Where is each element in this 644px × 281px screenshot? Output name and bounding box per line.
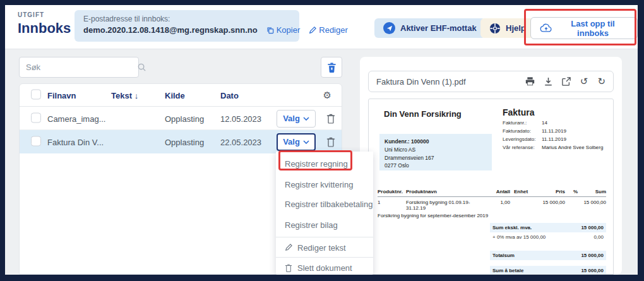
row-filename: Faktura Din V... <box>47 137 104 146</box>
menu-item-edit-text[interactable]: Rediger tekst <box>276 238 373 257</box>
menu-divider <box>276 237 373 237</box>
cloud-upload-icon <box>540 23 552 33</box>
column-settings-gear-icon[interactable]: ⚙ <box>323 90 331 101</box>
table-row[interactable]: Camera_imag... Opplasting 12.05.2023 Val… <box>20 107 342 130</box>
menu-item-delete-document[interactable]: Slett dokument <box>276 258 373 275</box>
menu-divider <box>276 257 373 258</box>
sort-desc-icon: ↓ <box>134 90 139 100</box>
invoice-customer-box: Kundenr.: 100000 Uni Micro AS Drammensve… <box>379 134 492 170</box>
row-date: 22.05.2023 <box>220 137 261 146</box>
copy-icon <box>266 27 274 34</box>
app-window: UTGIFT Innboks E-postadresse til innboks… <box>5 5 638 275</box>
invoice-totals: Sum ekskl. mva. 15 000,00 + 0% mva av 15… <box>490 223 606 275</box>
copy-label: Kopier <box>277 25 301 35</box>
column-kilde[interactable]: Kilde <box>165 90 185 100</box>
chevron-down-icon <box>303 117 309 121</box>
column-filnavn[interactable]: Filnavn <box>47 90 76 100</box>
send-plane-icon <box>383 22 395 34</box>
activate-ehf-button[interactable]: Aktiver EHF-mottak <box>374 18 486 38</box>
pencil-icon <box>285 244 292 251</box>
row-checkbox[interactable] <box>31 136 41 146</box>
pdf-preview-panel: Faktura Din Venn (1).pdf <box>360 57 622 275</box>
activate-ehf-label: Aktiver EHF-mottak <box>400 23 477 33</box>
invoice-line-row: 1 Forsikring bygning 01.09.19-31.12.19 1… <box>378 197 606 211</box>
row-checkbox[interactable] <box>31 112 41 123</box>
rotate-cw-icon[interactable]: ↻ <box>597 77 605 87</box>
pdf-page: Din Venn Forsikring Faktura Fakturanr.: … <box>368 99 614 275</box>
header: UTGIFT Innboks E-postadresse til innboks… <box>5 5 638 49</box>
invoice-line-items: Produktnr. Produktnavn Antall Enhet Pris… <box>378 189 606 211</box>
row-options-button-open[interactable]: Valg <box>277 133 316 151</box>
row-source: Opplasting <box>165 114 204 123</box>
row-filename: Camera_imag... <box>47 114 105 123</box>
invoice-note: Forsikring bygning for september-desembe… <box>378 213 488 218</box>
trash-icon <box>285 264 292 272</box>
inbox-email-label: E-postadresse til innboks: <box>83 15 290 23</box>
menu-item-register-regning[interactable]: Registrer regning <box>276 154 373 173</box>
help-button[interactable]: Hjelp <box>480 18 535 38</box>
bulk-delete-button[interactable] <box>321 57 342 78</box>
table-header-row: Filnavn Tekst ↓ Kilde Dato ⚙ <box>20 84 342 107</box>
search-input[interactable] <box>26 63 137 72</box>
edit-label: Rediger <box>319 25 348 35</box>
search-icon <box>137 63 146 72</box>
column-tekst[interactable]: Tekst ↓ <box>111 90 138 100</box>
menu-item-register-bilag[interactable]: Registrer bilag <box>276 215 373 234</box>
pencil-icon <box>309 27 316 34</box>
inbox-email-address: demo.2020.12.08.1418@mg.regnskap.snn.no <box>83 25 258 35</box>
chevron-down-icon <box>303 140 309 144</box>
help-label: Hjelp <box>506 23 526 33</box>
row-delete-icon[interactable] <box>326 137 335 147</box>
row-date: 12.05.2023 <box>220 114 261 123</box>
menu-item-register-kvittering[interactable]: Registrer kvittering <box>276 175 373 194</box>
invoice-meta: Fakturanr.: 14 Fakturadato: 11.11.2019 L… <box>503 120 603 153</box>
copy-email-button[interactable]: Kopier <box>266 25 301 35</box>
invoice-title: Faktura <box>503 107 535 117</box>
search-box <box>19 57 139 78</box>
inbox-email-box: E-postadresse til innboks: demo.2020.12.… <box>75 10 299 42</box>
upload-to-inbox-button[interactable]: Last opp til innboks <box>530 17 638 39</box>
rotate-ccw-icon[interactable]: ↺ <box>580 77 588 87</box>
select-all-checkbox[interactable] <box>31 89 41 99</box>
row-source: Opplasting <box>165 137 204 146</box>
menu-item-register-tilbakebetaling[interactable]: Registrer tilbakebetaling <box>276 194 373 213</box>
pdf-toolbar: Faktura Din Venn (1).pdf <box>368 71 614 92</box>
options-dropdown-menu: Registrer regning Registrer kvittering R… <box>276 152 373 275</box>
edit-email-button[interactable]: Rediger <box>309 25 348 35</box>
lifebuoy-icon <box>489 23 501 34</box>
table-row-selected[interactable]: Faktura Din V... Opplasting 22.05.2023 V… <box>20 130 342 153</box>
print-icon[interactable] <box>525 77 535 86</box>
pdf-filename: Faktura Din Venn (1).pdf <box>376 77 525 87</box>
row-options-button[interactable]: Valg <box>277 110 316 128</box>
column-dato[interactable]: Dato <box>220 90 239 100</box>
page-title: Innboks <box>18 20 71 37</box>
open-external-icon[interactable] <box>562 77 571 86</box>
section-eyebrow: UTGIFT <box>18 11 44 18</box>
download-icon[interactable] <box>544 77 552 86</box>
trash-solid-icon <box>327 63 337 73</box>
invoice-company: Din Venn Forsikring <box>384 109 462 119</box>
upload-label: Last opp til innboks <box>558 19 628 38</box>
row-delete-icon[interactable] <box>326 114 335 124</box>
